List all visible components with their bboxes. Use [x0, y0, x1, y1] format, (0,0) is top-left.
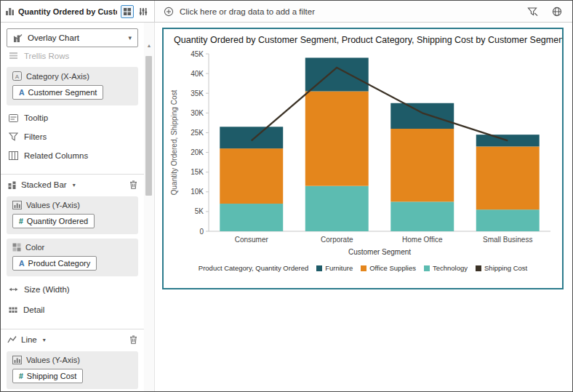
legend-swatch [476, 265, 481, 271]
measure-type-icon: # [19, 217, 23, 225]
grid-layout-icon[interactable] [121, 5, 134, 18]
bar-segment-office-supplies[interactable] [305, 92, 369, 186]
bar-color-drop-target[interactable]: Color A Product Category [7, 239, 138, 276]
y-tick-label: 25K [191, 129, 204, 137]
size-width-drop-target[interactable]: Size (Width) [1, 279, 144, 300]
y-tick-label: 35K [191, 89, 204, 97]
bar-segment-furniture[interactable] [220, 127, 283, 148]
filter-bar-prompt[interactable]: Click here or drag data to add a filter [180, 7, 315, 16]
svg-text:A: A [15, 73, 20, 80]
tooltip-label: Tooltip [24, 113, 48, 122]
line-values-label: Values (Y-Axis) [26, 356, 80, 364]
field-pill-customer-segment[interactable]: A Customer Segment [12, 85, 103, 100]
visualization-card[interactable]: Quantity Ordered by Customer Segment, Pr… [162, 28, 564, 289]
legend-label: Technology [433, 264, 468, 272]
line-section-header[interactable]: Line ▾ [1, 329, 144, 350]
size-width-icon [9, 286, 18, 293]
filters-drop-target[interactable]: Filters [1, 127, 144, 146]
values-axis-icon [12, 201, 22, 209]
delete-layer-icon[interactable] [129, 335, 137, 344]
bar-segment-office-supplies[interactable] [390, 129, 454, 201]
y-tick-label: 10K [191, 188, 204, 196]
detail-grid-icon [9, 307, 17, 313]
chart-plot[interactable]: 05K10K15K20K25K30K35K40K45KConsumerCorpo… [167, 48, 562, 263]
filter-bar-menu-icon[interactable] [526, 5, 539, 18]
add-filter-icon[interactable] [164, 7, 174, 17]
grammar-panel-content: Overlay Chart ▾ Trellis Rows A Category … [1, 23, 144, 391]
field-pill-quantity-ordered[interactable]: # Quantity Ordered [12, 214, 95, 228]
workbook-title-bar: Quantity Ordered by Custom... [1, 1, 155, 22]
funnel-icon [9, 132, 18, 141]
legend-swatch [316, 265, 322, 271]
field-pill-label: Customer Segment [28, 88, 97, 97]
bar-segment-technology[interactable] [220, 204, 283, 231]
bar-segment-technology[interactable] [476, 209, 540, 231]
bar-values-label: Values (Y-Axis) [26, 201, 80, 209]
bar-color-label: Color [25, 243, 44, 252]
line-values-drop-target[interactable]: Values (Y-Axis) # Shipping Cost [7, 351, 138, 389]
tooltip-drop-target[interactable]: Tooltip [1, 108, 144, 127]
chevron-down-icon: ▾ [128, 34, 132, 41]
category-x-axis-drop-target[interactable]: A Category (X-Axis) A Customer Segment [7, 67, 138, 105]
section-caret-icon[interactable]: ▾ [43, 337, 46, 343]
bar-segment-office-supplies[interactable] [476, 146, 540, 209]
size-width-label: Size (Width) [24, 285, 70, 294]
chart-legend: Product Category, Quantity OrderedFurnit… [164, 264, 562, 272]
y-tick-label: 5K [195, 207, 204, 215]
legend-title: Product Category, Quantity Ordered [199, 264, 308, 272]
scrollbar-thumb[interactable] [145, 56, 152, 196]
grammar-panel: Overlay Chart ▾ Trellis Rows A Category … [1, 23, 155, 391]
delete-layer-icon[interactable] [129, 180, 137, 189]
bar-segment-technology[interactable] [305, 186, 369, 231]
trellis-rows-icon [9, 52, 18, 60]
panel-settings-icon[interactable] [137, 5, 150, 18]
bar-segment-office-supplies[interactable] [220, 148, 283, 204]
shipping-cost-line[interactable] [252, 68, 508, 140]
bar-segment-technology[interactable] [390, 201, 454, 231]
legend-item[interactable]: Technology [424, 264, 468, 272]
y-tick-label: 20K [191, 148, 204, 156]
scroll-up-icon[interactable]: ▲ [144, 43, 154, 48]
filter-bar[interactable]: Click here or drag data to add a filter [155, 1, 572, 22]
x-axis-title: Customer Segment [348, 248, 411, 256]
values-axis-icon [12, 356, 22, 364]
trellis-rows-drop-target[interactable]: Trellis Rows [1, 49, 144, 63]
overlay-chart-icon [13, 33, 23, 43]
related-columns-row[interactable]: Related Columns [1, 146, 144, 165]
field-pill-shipping-cost[interactable]: # Shipping Cost [12, 369, 83, 383]
y-tick-label: 45K [191, 50, 204, 58]
x-tick-label: Corporate [321, 236, 353, 244]
detail-drop-target[interactable]: Detail [1, 300, 144, 320]
legend-item[interactable]: Furniture [316, 264, 353, 272]
section-caret-icon[interactable]: ▾ [73, 182, 76, 188]
bar-values-drop-target[interactable]: Values (Y-Axis) # Quantity Ordered [7, 196, 138, 234]
globe-grid-icon[interactable] [550, 5, 564, 18]
measure-type-icon: # [19, 372, 23, 380]
stacked-bar-section-header[interactable]: Stacked Bar ▾ [1, 175, 144, 195]
bar-segment-furniture[interactable] [390, 103, 454, 129]
canvas: Quantity Ordered by Customer Segment, Pr… [155, 23, 572, 391]
chart-type-dropdown[interactable]: Overlay Chart ▾ [7, 28, 138, 47]
related-columns-label: Related Columns [24, 151, 88, 160]
y-tick-label: 0 [199, 228, 204, 236]
field-pill-product-category[interactable]: A Product Category [12, 256, 97, 271]
legend-item[interactable]: Shipping Cost [476, 264, 527, 272]
legend-item[interactable]: Office Supplies [361, 264, 416, 272]
legend-swatch [361, 265, 366, 271]
field-pill-label: Shipping Cost [27, 372, 77, 380]
legend-swatch [424, 265, 430, 271]
attribute-type-icon: A [19, 259, 25, 268]
topbar: Quantity Ordered by Custom... Click here… [1, 1, 572, 23]
y-tick-label: 15K [191, 168, 204, 176]
sidebar-scrollbar[interactable]: ▲ [144, 23, 154, 391]
field-pill-label: Quantity Ordered [27, 217, 88, 225]
color-icon [12, 243, 21, 252]
x-tick-label: Home Office [402, 236, 443, 244]
x-tick-label: Consumer [235, 236, 269, 244]
legend-label: Office Supplies [369, 264, 416, 272]
chart-type-value: Overlay Chart [28, 33, 79, 42]
chart-title: Quantity Ordered by Customer Segment, Pr… [164, 35, 562, 45]
filters-label: Filters [24, 132, 47, 141]
canvas-title: Quantity Ordered by Custom... [18, 7, 117, 16]
stacked-bar-header-label: Stacked Bar [21, 180, 67, 189]
